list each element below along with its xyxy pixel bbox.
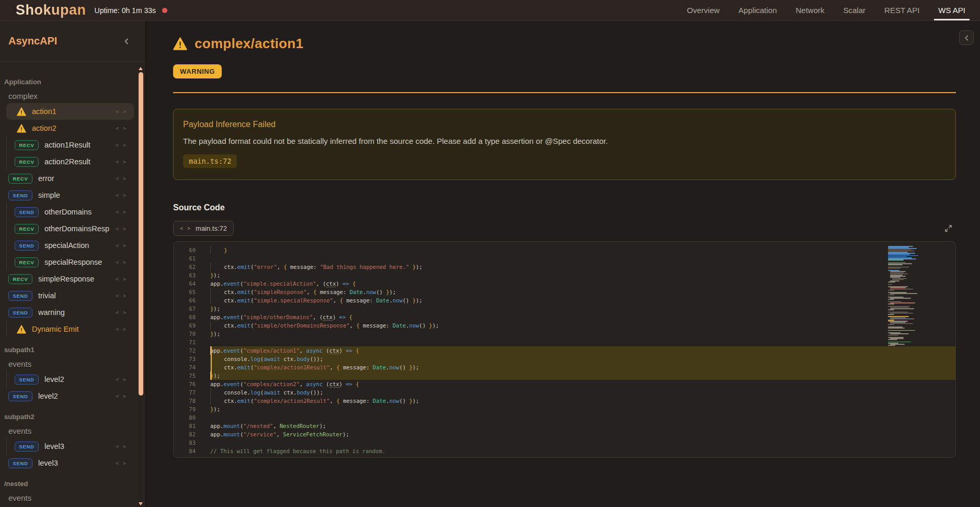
status-badge: WARNING — [173, 64, 222, 78]
nav-tab-rest-api[interactable]: REST API — [884, 0, 919, 20]
sidebar-item-level3[interactable]: SENDlevel3< > — [6, 438, 134, 455]
code-brackets-icon: < > — [116, 260, 134, 265]
folder-label-events: events — [0, 424, 136, 438]
sidebar-item-level2[interactable]: SENDlevel2< > — [6, 388, 134, 404]
code-brackets-icon: < > — [116, 293, 134, 299]
code-brackets-icon: < > — [116, 126, 134, 131]
sidebar-item-action1[interactable]: action1< > — [6, 103, 134, 120]
nav-tab-scalar[interactable]: Scalar — [844, 0, 866, 20]
direction-badge-send: SEND — [8, 308, 32, 318]
alert-title: Payload Inference Failed — [183, 120, 946, 129]
nav-tab-overview[interactable]: Overview — [687, 0, 720, 20]
nav-tab-application[interactable]: Application — [738, 0, 777, 20]
code-brackets-icon: < > — [116, 444, 134, 449]
nav-tabs: OverviewApplicationNetworkScalarREST API… — [687, 0, 965, 20]
folder-label-events: events — [0, 357, 136, 371]
code-line: 70}); — [174, 330, 955, 338]
code-line: 78 ctx.emit("complex/action2Result", { m… — [174, 397, 955, 405]
sidebar-item-simple[interactable]: SENDsimple< > — [6, 187, 134, 204]
sidebar-item-label: action1 — [32, 107, 110, 116]
direction-badge-send: SEND — [15, 442, 39, 452]
sidebar-item-action2result[interactable]: RECVaction2Result< > — [6, 153, 134, 170]
sidebar-item-label: trivial — [38, 291, 110, 300]
warning-icon — [17, 107, 26, 116]
code-line: 73 console.log(await ctx.body()); — [174, 355, 955, 363]
line-number: 61 — [174, 254, 210, 263]
code-brackets-icon: < > — [116, 142, 134, 148]
code-line: 64app.event("simple.specialAction", (ctx… — [174, 279, 955, 288]
panel-collapse-button[interactable] — [959, 30, 974, 45]
sidebar-item-otherdomains[interactable]: SENDotherDomains< > — [6, 204, 134, 220]
title-row: complex/action1 — [173, 36, 956, 52]
code-brackets-icon: < > — [116, 276, 134, 282]
status-dot — [162, 8, 167, 13]
code-line: 82app.mount("/service", ServiceFetchRout… — [174, 430, 955, 438]
sidebar-item-warning[interactable]: SENDwarning< > — [6, 304, 134, 321]
direction-badge-send: SEND — [15, 375, 39, 385]
line-number: 73 — [174, 355, 210, 363]
sidebar-item-action1result[interactable]: RECVaction1Result< > — [6, 137, 134, 153]
chevron-left-icon — [964, 35, 970, 41]
sidebar-scrollbar[interactable] — [138, 66, 144, 507]
sidebar-item-specialresponse[interactable]: RECVspecialResponse< > — [6, 254, 134, 271]
sidebar-item-action2[interactable]: action2< > — [6, 120, 134, 137]
direction-badge-send: SEND — [8, 458, 32, 468]
sidebar-item-otherdomainsresp[interactable]: RECVotherDomainsResp…< > — [6, 220, 134, 237]
code-line: 60 } — [174, 246, 955, 254]
file-chip[interactable]: < > main.ts:72 — [173, 221, 234, 236]
code-line: 72app.event("complex/action1", async (ct… — [174, 346, 955, 355]
chevron-left-icon — [123, 38, 130, 44]
sidebar-collapse-button[interactable] — [121, 36, 132, 47]
code-line: 75}); — [174, 371, 955, 380]
sidebar-item-label: level2 — [38, 392, 110, 400]
code-brackets-icon: < > — [116, 377, 134, 382]
warning-icon — [17, 124, 26, 133]
code-line: 67}); — [174, 305, 955, 313]
nav-tab-network[interactable]: Network — [796, 0, 825, 20]
sidebar-item-level2[interactable]: SENDlevel2< > — [6, 371, 134, 388]
page-title: complex/action1 — [195, 36, 303, 52]
direction-badge-send: SEND — [15, 207, 39, 217]
sidebar-item-trivial[interactable]: SENDtrivial< > — [6, 287, 134, 304]
alert-location-chip[interactable]: main.ts:72 — [183, 154, 237, 168]
code-brackets-icon: < > — [116, 393, 134, 399]
code-brackets-icon: < > — [116, 109, 134, 115]
line-number: 64 — [174, 279, 210, 288]
sidebar-item-label: Dynamic Emit — [32, 325, 110, 333]
sidebar-item-label: action2Result — [44, 157, 110, 166]
sidebar-item-dynamic-emit[interactable]: Dynamic Emit< > — [6, 321, 134, 337]
code-lines: 60 }6162 ctx.emit("error", { message: "B… — [174, 246, 955, 455]
code-line: 77 console.log(await ctx.body()); — [174, 388, 955, 397]
sidebar-item-specialaction[interactable]: SENDspecialAction< > — [6, 237, 134, 254]
nav-tab-ws-api[interactable]: WS API — [938, 0, 965, 20]
sidebar-item-level3[interactable]: SENDlevel3< > — [6, 455, 134, 471]
code-line: 81app.mount("/nested", NestedRouter); — [174, 422, 955, 430]
sidebar-item-label: simple — [38, 191, 110, 199]
code-line: 62 ctx.emit("error", { message: "Bad thi… — [174, 263, 955, 271]
sidebar-item-simpleresponse[interactable]: RECVsimpleResponse< > — [6, 271, 134, 287]
direction-badge-recv: RECV — [8, 174, 32, 184]
sidebar-item-error[interactable]: RECVerror< > — [6, 170, 134, 187]
sidebar-item-label: level3 — [44, 442, 110, 450]
scrollbar-down-arrow-icon[interactable] — [139, 502, 143, 505]
direction-badge-recv: RECV — [8, 274, 32, 284]
sidebar-item-label: simpleResponse — [38, 275, 110, 283]
scrollbar-up-arrow-icon[interactable] — [139, 67, 143, 70]
direction-badge-recv: RECV — [15, 140, 39, 150]
code-line: 79}); — [174, 405, 955, 413]
line-number: 70 — [174, 330, 210, 338]
section-label-nested: /nested — [0, 477, 136, 491]
folder-label-complex: complex — [0, 89, 136, 103]
code-brackets-icon: < > — [116, 193, 134, 198]
code-brackets-icon: < > — [180, 226, 191, 231]
sidebar-item-label: specialAction — [44, 241, 110, 250]
direction-badge-recv: RECV — [15, 224, 39, 234]
section-divider — [173, 92, 956, 93]
minimap[interactable] — [888, 246, 928, 346]
section-label-subpath2: subpath2 — [0, 410, 136, 424]
scrollbar-thumb[interactable] — [139, 72, 143, 396]
warning-icon — [17, 325, 26, 334]
expand-button[interactable] — [943, 224, 953, 233]
line-number: 79 — [174, 405, 210, 413]
file-chip-label: main.ts:72 — [196, 224, 227, 232]
